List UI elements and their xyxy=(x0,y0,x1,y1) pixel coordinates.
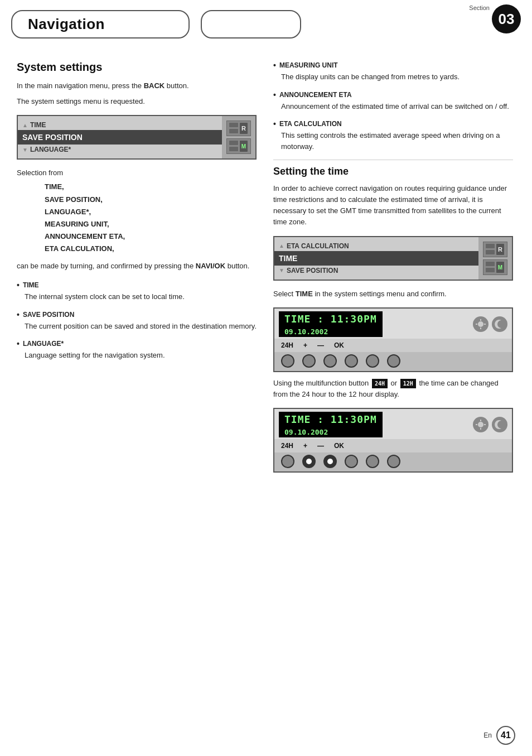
intro-paragraph-2: The system settings menu is requested. xyxy=(17,96,257,107)
arrow-up-icon-2: ▲ xyxy=(279,243,284,249)
radio-btn-2-4 xyxy=(345,455,358,468)
time-mockup-2: TIME : 11:30PM 09.10.2002 xyxy=(273,408,513,473)
badge-24h: 24H xyxy=(372,379,388,389)
confirm-text-right: in the system settings menu and confirm. xyxy=(313,290,447,298)
svg-rect-0 xyxy=(229,123,238,127)
ctrl2-24h-label: 24H xyxy=(281,442,293,450)
bullet-language: LANGUAGE* Language setting for the navig… xyxy=(17,339,257,361)
screen-sidebar-1: R M xyxy=(222,116,255,158)
time-top-1: TIME : 11:30PM 09.10.2002 xyxy=(274,309,512,339)
bullet-time-title: TIME xyxy=(17,281,257,290)
mf-or: or xyxy=(389,379,399,387)
radio-btn-2-3 xyxy=(323,455,337,468)
setting-time-body: In order to achieve correct navigation o… xyxy=(273,183,513,228)
bullet-announcement-eta-title: ANNOUNCEMENT ETA xyxy=(273,90,513,99)
ctrl-ok-label: OK xyxy=(334,341,344,349)
bullet-save-position: SAVE POSITION The current position can b… xyxy=(17,310,257,332)
svg-point-16 xyxy=(478,321,483,327)
select-text: Select xyxy=(273,290,296,298)
page-title: Navigation xyxy=(28,16,105,33)
bullet-save-position-title: SAVE POSITION xyxy=(17,310,257,319)
date-value-2: 09.10.2002 xyxy=(279,427,383,437)
svg-point-21 xyxy=(478,422,483,427)
svg-text:M: M xyxy=(498,264,502,271)
svg-rect-4 xyxy=(229,141,238,145)
sel-item-time: TIME, xyxy=(45,181,257,193)
right-column: MEASURING UNIT The display units can be … xyxy=(273,61,513,478)
bullet-announcement-eta-body: Announcement of the estimated time of ar… xyxy=(273,101,513,112)
intro-text-before: In the main navigation menu, press the xyxy=(17,81,144,90)
svg-text:R: R xyxy=(498,246,502,253)
setting-time-heading: Setting the time xyxy=(273,166,513,177)
menu-item-save-pos-2: ▼ SAVE POSITION xyxy=(274,266,478,276)
screen-menu-2: ▲ ETA CALCULATION TIME ▼ SAVE POSITION xyxy=(274,237,478,280)
svg-text:M: M xyxy=(241,143,246,150)
arrow-up-icon: ▲ xyxy=(22,122,28,128)
bullet-eta-calculation-title: ETA CALCULATION xyxy=(273,119,513,128)
screen-menu-1: ▲ TIME SAVE POSITION ▼ LANGUAGE* xyxy=(18,116,222,158)
ctrl-plus-label: + xyxy=(303,341,307,349)
sun-icon-2 xyxy=(473,417,489,432)
select-time-para: Select TIME in the system settings menu … xyxy=(273,288,513,300)
screen-sidebar-2: R M xyxy=(478,237,512,280)
intro-paragraph-1: In the main navigation menu, press the B… xyxy=(17,80,257,92)
sidebar-icon-top: R xyxy=(226,121,251,136)
radio-btn-1-6 xyxy=(387,354,400,368)
radio-btn-2-6 xyxy=(387,455,400,468)
menu-item-save-position: SAVE POSITION xyxy=(18,130,222,145)
multifunction-para: Using the multifunction button 24H or 12… xyxy=(273,378,513,400)
time-value-1: TIME : 11:30PM xyxy=(279,311,383,326)
time-icons-1 xyxy=(473,316,507,332)
screen-mockup-1: ▲ TIME SAVE POSITION ▼ LANGUAGE* xyxy=(17,115,257,160)
section-badge: 03 xyxy=(492,4,521,33)
system-settings-heading: System settings xyxy=(17,61,257,74)
radio-btn-2-2 xyxy=(302,455,316,468)
bullet-time: TIME The internal system clock can be se… xyxy=(17,281,257,302)
ctrl2-ok-label: OK xyxy=(334,442,344,450)
left-column: System settings In the main navigation m… xyxy=(17,61,257,478)
bullet-measuring-unit-body: The display units can be changed from me… xyxy=(273,71,513,83)
radio-btn-1-4 xyxy=(345,354,358,368)
divider xyxy=(273,160,513,160)
ctrl-minus-label: — xyxy=(317,341,324,349)
radio-btn-1-3 xyxy=(323,354,337,368)
radio-row-1 xyxy=(274,352,512,371)
bullet-eta-calculation: ETA CALCULATION This setting controls th… xyxy=(273,119,513,152)
bullet-time-body: The internal system clock can be set to … xyxy=(17,291,257,302)
ctrl2-plus-label: + xyxy=(303,442,307,450)
svg-text:R: R xyxy=(241,125,246,132)
sidebar-icon-bottom: M xyxy=(226,138,251,154)
svg-rect-13 xyxy=(486,268,495,272)
radio-btn-2-1 xyxy=(281,455,294,468)
svg-rect-8 xyxy=(486,244,495,248)
sel-item-save-position: SAVE POSITION, xyxy=(45,194,257,206)
sel-item-language: LANGUAGE*, xyxy=(45,206,257,218)
time-display-block-1: TIME : 11:30PM 09.10.2002 xyxy=(279,311,383,337)
navigation-title-box: Navigation xyxy=(11,10,190,38)
time-top-2: TIME : 11:30PM 09.10.2002 xyxy=(274,409,512,439)
menu-item-time: ▲ TIME xyxy=(18,120,222,130)
selection-from-text: Selection from xyxy=(17,167,257,179)
bullet-eta-calculation-body: This setting controls the estimated aver… xyxy=(273,130,513,152)
footer-lang: En xyxy=(483,731,492,739)
main-content: System settings In the main navigation m… xyxy=(0,44,532,489)
radio-btn-1-5 xyxy=(366,354,379,368)
section-label: Section xyxy=(469,4,490,11)
ctrl-24h-label: 24H xyxy=(281,341,293,349)
date-value-1: 09.10.2002 xyxy=(279,326,383,337)
radio-btn-2-5 xyxy=(366,455,379,468)
bullet-language-body: Language setting for the navigation syst… xyxy=(17,350,257,361)
bullet-measuring-unit: MEASURING UNIT The display units can be … xyxy=(273,61,513,83)
arrow-down-icon: ▼ xyxy=(22,147,28,153)
page-header: Navigation Section 03 xyxy=(0,0,532,44)
sidebar-icon-bottom-2: M xyxy=(483,259,507,275)
menu-item-time-2: TIME xyxy=(274,251,478,266)
time-mockup-1: TIME : 11:30PM 09.10.2002 xyxy=(273,307,513,372)
badge-12h: 12H xyxy=(400,379,416,389)
time-bold: TIME xyxy=(296,290,313,298)
time-icons-2 xyxy=(473,417,507,432)
svg-rect-5 xyxy=(229,147,238,151)
radio-btn-1-1 xyxy=(281,354,294,368)
arrow-down-icon-2: ▼ xyxy=(279,267,284,273)
menu-item-eta-calc: ▲ ETA CALCULATION xyxy=(274,241,478,251)
